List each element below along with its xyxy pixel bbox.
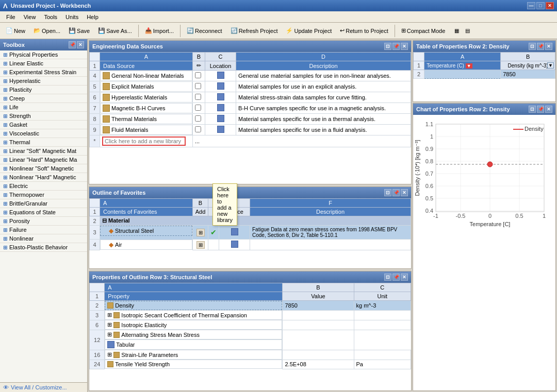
refresh-button[interactable]: 🔃 Refresh Project — [227, 26, 282, 36]
table-row[interactable]: 7 Magnetic B-H Curves B-H Curve samples … — [90, 103, 411, 114]
toolbox-item-plasticity[interactable]: ⊞ Plasticity — [0, 86, 87, 94]
toolbox-item-hyperelastic[interactable]: ⊞ Hyperelastic — [0, 77, 87, 86]
isotropic-elasticity-row[interactable]: 6 ⊞ Isotropic Elasticity — [90, 320, 411, 330]
col-num-header — [90, 53, 100, 61]
toolbox-item-nonlinear[interactable]: ⊞ Nonlinear — [0, 234, 87, 243]
table-row[interactable]: 4 General Non-linear Materials General u… — [90, 71, 411, 81]
toolbox-item-brittle[interactable]: ⊞ Brittle/Granular — [0, 199, 87, 208]
toolbox-item-strength[interactable]: ⊞ Strength — [0, 112, 87, 121]
density-value[interactable]: 7850 — [283, 301, 354, 311]
chart-float-btn[interactable]: ⊡ — [529, 106, 536, 113]
chart-pin-btn[interactable]: 📌 — [537, 106, 544, 113]
close-button[interactable]: ✕ — [546, 2, 554, 9]
table-row[interactable]: 9 Fluid Materials Material samples speci… — [90, 125, 411, 135]
menu-help[interactable]: Help — [83, 13, 103, 21]
table-row[interactable]: 5 Explicit Materials Material samples fo… — [90, 81, 411, 92]
temp-value[interactable] — [424, 70, 501, 79]
toolbox-item-linear-hard[interactable]: ⊞ Linear "Hard" Magnetic Ma — [0, 156, 87, 164]
tensile-yield-row[interactable]: 24 Tensile Yield Strength 2.5E+08 Pa — [90, 360, 411, 369]
toolbox-item-creep[interactable]: ⊞ Creep — [0, 94, 87, 103]
of-col-d — [219, 199, 250, 208]
ds-edit[interactable] — [193, 125, 205, 135]
toolbox-item-life[interactable]: ⊞ Life — [0, 103, 87, 112]
chart-close-btn[interactable]: ✕ — [545, 106, 552, 113]
table-row[interactable]: 8 Thermal Materials Material samples spe… — [90, 114, 411, 125]
ds-edit[interactable] — [193, 114, 205, 125]
toolbox-item-nonlinear-hard[interactable]: ⊞ Nonlinear "Hard" Magnetic — [0, 173, 87, 182]
ds-edit[interactable] — [193, 103, 205, 114]
eds-float-btn[interactable]: ⊡ — [384, 43, 391, 50]
view-all-customize[interactable]: 👁 View All / Customize... — [0, 382, 87, 392]
tensile-yield-value[interactable]: 2.5E+08 — [283, 360, 354, 369]
menubar: File View Tools Units Help — [0, 11, 557, 23]
add-struct-steel[interactable]: ⊞ — [193, 226, 208, 240]
saveas-icon: 💾 — [98, 27, 105, 34]
ds-edit[interactable] — [193, 92, 205, 103]
toolbox-item-gasket[interactable]: ⊞ Gasket — [0, 121, 87, 129]
ds-edit[interactable] — [193, 81, 205, 92]
dots-btn[interactable]: ... — [193, 135, 411, 147]
ds-edit[interactable] — [193, 71, 205, 81]
toolbox-item-thermal[interactable]: ⊞ Thermal — [0, 138, 87, 147]
alternating-stress-row[interactable]: 12 ⊞ Alternating Stress Mean Stress Tabu… — [90, 330, 411, 350]
new-button[interactable]: 📄 New — [2, 26, 29, 36]
toolbox-item-electric[interactable]: ⊞ Electric — [0, 182, 87, 191]
menu-units[interactable]: Units — [61, 13, 83, 21]
table-row[interactable]: 6 Hyperelastic Materials Material stress… — [90, 92, 411, 103]
prop-float-btn[interactable]: ⊡ — [384, 274, 391, 281]
toolbox-item-failure[interactable]: ⊞ Failure — [0, 226, 87, 234]
add-air[interactable]: ⊞ — [193, 240, 208, 250]
menu-view[interactable]: View — [20, 13, 40, 21]
table-row[interactable]: 2 7850 — [414, 70, 555, 79]
add-library-cell[interactable] — [100, 135, 193, 147]
toolbox-item-porosity[interactable]: ⊞ Porosity — [0, 217, 87, 226]
eds-close-btn[interactable]: ✕ — [401, 43, 408, 50]
density-value-cell[interactable]: 7850 — [501, 70, 555, 79]
structural-steel-row[interactable]: 3 ◆ Structural Steel ⊞ ✔ — [90, 226, 411, 240]
toolbox-item-nonlinear-soft[interactable]: ⊞ Nonlinear "Soft" Magnetic — [0, 164, 87, 173]
compact-button[interactable]: ⊞ Compact Mode — [398, 26, 449, 36]
toolbox-item-eos[interactable]: ⊞ Equations of State — [0, 208, 87, 217]
toolbox-item-linear-soft[interactable]: ⊞ Linear "Soft" Magnetic Mat — [0, 147, 87, 156]
filter-btn-1[interactable]: ▦ — [452, 26, 462, 35]
prop-close-btn[interactable]: ✕ — [401, 274, 408, 281]
thermal-exp-row[interactable]: 3 ⊞ Isotropic Secant Coefficient of Ther… — [90, 310, 411, 320]
menu-file[interactable]: File — [2, 13, 20, 21]
update-button[interactable]: ⚡ Update Project — [282, 26, 335, 36]
prop-pin-btn[interactable]: 📌 — [392, 274, 400, 281]
tp-float-btn[interactable]: ⊡ — [529, 43, 536, 50]
of-pin-btn[interactable]: 📌 — [392, 189, 400, 196]
toolbox-item-thermopower[interactable]: ⊞ Thermopower — [0, 191, 87, 199]
density-row[interactable]: 2 Density 7850 kg m^-3 — [90, 301, 411, 311]
menu-tools[interactable]: Tools — [40, 13, 61, 21]
return-button[interactable]: ↩ Return to Project — [336, 26, 392, 36]
toolbox-item-physical[interactable]: ⊞ Physical Properties — [0, 50, 87, 59]
eds-pin-btn[interactable]: 📌 — [392, 43, 400, 50]
open-button[interactable]: 📂 Open... — [30, 26, 64, 36]
tp-close-btn[interactable]: ✕ — [545, 43, 552, 50]
of-close-btn[interactable]: ✕ — [401, 189, 408, 196]
import-button[interactable]: 📥 Import... — [141, 26, 177, 36]
saveas-button[interactable]: 💾 Save As... — [94, 26, 136, 36]
filter-btn-2[interactable]: ▤ — [463, 26, 472, 35]
save-button[interactable]: 💾 Save — [65, 26, 93, 36]
toolbox-item-elasto[interactable]: ⊞ Elasto-Plastic Behavior — [0, 243, 87, 252]
add-library-input[interactable] — [102, 137, 186, 146]
tp-pin-btn[interactable]: 📌 — [537, 43, 544, 50]
toolbox-item-viscoelastic[interactable]: ⊞ Viscoelastic — [0, 129, 87, 138]
toolbox-close-btn[interactable]: ✕ — [77, 41, 84, 48]
maximize-button[interactable]: □ — [536, 2, 545, 9]
reconnect-button[interactable]: 🔄 Reconnect — [183, 26, 226, 36]
toolbox-pin-btn[interactable]: 📌 — [69, 41, 76, 48]
strain-life-row[interactable]: 16 ⊞ Strain-Life Parameters — [90, 350, 411, 360]
air-row[interactable]: 4 ◆ Air ⊞ — [90, 240, 411, 250]
toolbox-item-linear-elastic[interactable]: ⊞ Linear Elastic — [0, 59, 87, 68]
ds-location — [205, 81, 236, 92]
source-header: Source — [219, 208, 250, 216]
toolbox-item-exp-stress[interactable]: ⊞ Experimental Stress Strain — [0, 68, 87, 77]
of-float-btn[interactable]: ⊡ — [384, 189, 391, 196]
ds-desc: Material samples specific for use in a t… — [236, 114, 411, 125]
table-row-add[interactable]: * ... — [90, 135, 411, 147]
minimize-button[interactable]: — — [527, 2, 535, 9]
contents-of-fav-header: Contents of Favorites — [100, 208, 193, 216]
